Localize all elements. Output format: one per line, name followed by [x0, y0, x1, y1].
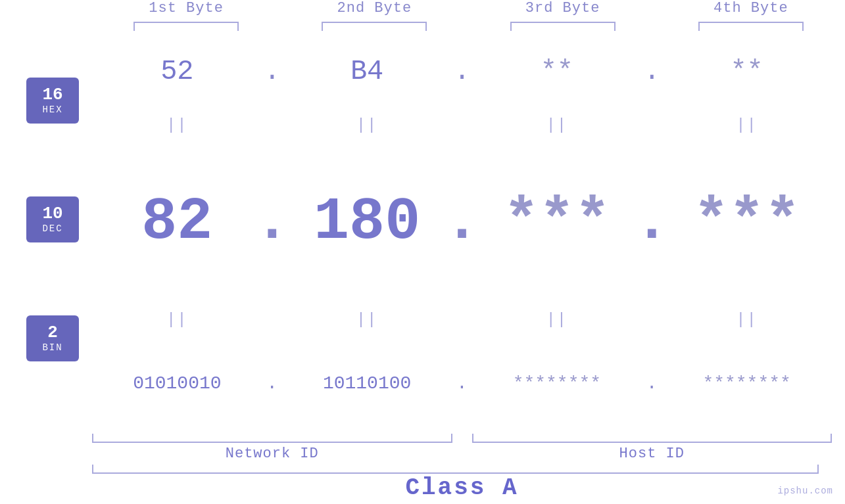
bin-val-3: ********	[513, 373, 601, 394]
dec-dot-1: .	[262, 189, 282, 256]
hex-cell-1: 52	[92, 56, 262, 87]
byte-2-label: 2nd Byte	[337, 0, 412, 16]
byte-2-bracket	[322, 22, 427, 31]
hex-number: 16	[42, 85, 62, 104]
network-id-bracket	[92, 434, 452, 443]
eq1-3: ||	[472, 116, 642, 134]
class-row: Class A	[0, 465, 845, 504]
dec-val-4: ***	[694, 189, 800, 256]
hex-name: HEX	[42, 104, 62, 115]
dec-dot-2: .	[452, 189, 472, 256]
network-id-section: Network ID	[92, 434, 452, 462]
hex-val-1: 52	[160, 56, 193, 87]
bin-val-4: ********	[702, 373, 790, 394]
byte-col-3: 3rd Byte	[469, 0, 657, 31]
eq1-4: ||	[662, 116, 832, 134]
watermark: ipshu.com	[777, 486, 833, 496]
dec-name: DEC	[42, 223, 62, 234]
byte-4-label: 4th Byte	[713, 0, 788, 16]
bin-dot-3: .	[642, 373, 662, 394]
bin-name: BIN	[42, 342, 62, 353]
dec-val-1: 82	[141, 189, 212, 256]
hex-badge: 16 HEX	[26, 78, 79, 124]
byte-1-label: 1st Byte	[149, 0, 224, 16]
eq2-4: ||	[662, 311, 832, 329]
dec-val-2: 180	[314, 189, 420, 256]
hex-cell-3: **	[472, 56, 642, 87]
bin-cell-1: 01010010	[92, 373, 262, 394]
eq2-1: ||	[92, 311, 262, 329]
dec-badge: 10 DEC	[26, 196, 79, 242]
byte-col-2: 2nd Byte	[280, 0, 468, 31]
byte-3-label: 3rd Byte	[525, 0, 600, 16]
hex-val-3: **	[541, 56, 573, 87]
eq2-2: ||	[282, 311, 452, 329]
eq1-2: ||	[282, 116, 452, 134]
dec-cell-1: 82	[92, 189, 262, 256]
class-label: Class A	[405, 474, 518, 501]
host-id-bracket	[472, 434, 833, 443]
dec-val-3: ***	[504, 189, 610, 256]
host-id-label: Host ID	[619, 446, 685, 462]
bin-dot-1: .	[262, 373, 282, 394]
dec-cell-3: ***	[472, 189, 642, 256]
left-badges: 16 HEX 10 DEC 2 BIN	[0, 31, 92, 434]
byte-headers: 1st Byte 2nd Byte 3rd Byte 4th Byte	[92, 0, 845, 31]
id-labels-row: Network ID Host ID	[92, 434, 832, 462]
byte-4-bracket	[698, 22, 804, 31]
bin-row: 01010010 . 10110100 . ******** . *******…	[92, 332, 832, 434]
byte-3-bracket	[510, 22, 616, 31]
network-id-label: Network ID	[226, 446, 319, 462]
hex-cell-2: B4	[282, 56, 452, 87]
bin-cell-2: 10110100	[282, 373, 452, 394]
host-id-section: Host ID	[472, 434, 833, 462]
bottom-section: Network ID Host ID	[0, 434, 845, 465]
dec-dot-3: .	[642, 189, 662, 256]
byte-1-bracket	[133, 22, 239, 31]
dec-cell-2: 180	[282, 189, 452, 256]
bin-cell-3: ********	[472, 373, 642, 394]
eq2-3: ||	[472, 311, 642, 329]
dec-cell-4: ***	[662, 189, 832, 256]
hex-val-4: **	[730, 56, 763, 87]
hex-dot-3: .	[642, 56, 662, 87]
content-area: 16 HEX 10 DEC 2 BIN 52 . B4	[0, 31, 845, 434]
bin-val-2: 10110100	[323, 373, 411, 394]
dec-number: 10	[42, 204, 62, 223]
hex-dot-1: .	[262, 56, 282, 87]
grid-area: 52 . B4 . ** . ** || ||	[92, 31, 845, 434]
bin-dot-2: .	[452, 373, 472, 394]
eq1-1: ||	[92, 116, 262, 134]
main-container: 1st Byte 2nd Byte 3rd Byte 4th Byte 16 H…	[0, 0, 845, 504]
bin-cell-4: ********	[662, 373, 832, 394]
equals-row-2: || || || ||	[92, 306, 832, 332]
hex-val-2: B4	[350, 56, 383, 87]
byte-col-4: 4th Byte	[657, 0, 845, 31]
hex-cell-4: **	[662, 56, 832, 87]
hex-dot-2: .	[452, 56, 472, 87]
bin-badge: 2 BIN	[26, 315, 79, 361]
byte-col-1: 1st Byte	[92, 0, 280, 31]
equals-row-1: || || || ||	[92, 112, 832, 138]
bin-number: 2	[47, 323, 58, 342]
hex-row: 52 . B4 . ** . **	[92, 31, 832, 112]
class-bracket	[92, 465, 819, 474]
bin-val-1: 01010010	[133, 373, 221, 394]
dec-row: 82 . 180 . *** . ***	[92, 138, 832, 306]
